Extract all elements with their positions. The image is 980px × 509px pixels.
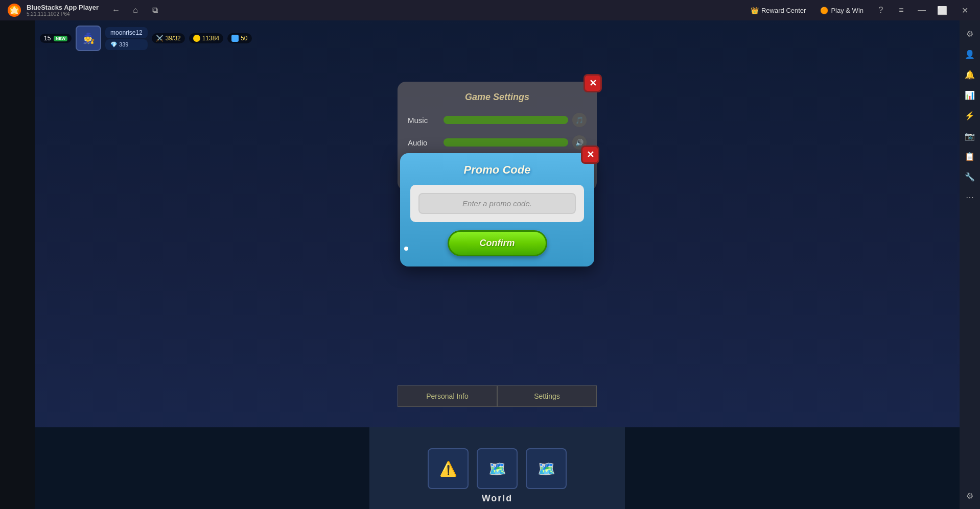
audio-label: Audio bbox=[408, 138, 438, 147]
main-area: 15 NEW 🧙 moonrise12 💎 339 ⚔️ 39/32 11384 bbox=[0, 20, 980, 509]
sidebar-camera-button[interactable]: 📷 bbox=[962, 128, 978, 144]
personal-info-tab[interactable]: Personal Info bbox=[398, 385, 497, 407]
app-name: BlueStacks App Player bbox=[27, 4, 99, 11]
promo-close-button[interactable]: ✕ bbox=[581, 146, 599, 164]
sidebar-gear-button[interactable]: ⚙ bbox=[962, 488, 978, 504]
music-slider[interactable] bbox=[444, 116, 568, 124]
close-button[interactable]: ✕ bbox=[955, 0, 974, 20]
world-map-area: ⚠️ 🗺️ 🗺️ World bbox=[369, 427, 625, 509]
home-button[interactable]: ⌂ bbox=[128, 3, 143, 17]
currency2-badge: 💎 339 bbox=[105, 39, 148, 50]
gems-display: 50 bbox=[227, 33, 251, 43]
settings-tabs: Personal Info Settings bbox=[398, 385, 597, 407]
audio-slider-container: 🔊 bbox=[444, 135, 587, 150]
game-area: 15 NEW 🧙 moonrise12 💎 339 ⚔️ 39/32 11384 bbox=[35, 20, 960, 509]
settings-title: Game Settings bbox=[408, 92, 587, 103]
back-button[interactable]: ← bbox=[109, 3, 123, 17]
reward-center-button[interactable]: 👑 Reward Center bbox=[746, 5, 810, 16]
titlebar: BlueStacks App Player 5.21.111.1002 P64 … bbox=[0, 0, 980, 20]
sidebar-profile-button[interactable]: 👤 bbox=[962, 46, 978, 62]
level-counter: 15 NEW bbox=[40, 34, 72, 43]
sidebar-settings-button[interactable]: ⚙ bbox=[962, 26, 978, 42]
music-label: Music bbox=[408, 116, 438, 125]
gem-icon bbox=[231, 35, 239, 42]
game-hud: 15 NEW 🧙 moonrise12 💎 339 ⚔️ 39/32 11384 bbox=[35, 26, 960, 51]
menu-button[interactable]: ≡ bbox=[894, 3, 908, 17]
map-icon-1[interactable]: ⚠️ bbox=[428, 448, 469, 489]
titlebar-nav: ← ⌂ ⧉ bbox=[109, 3, 162, 17]
music-icon: 🎵 bbox=[572, 113, 587, 127]
promo-input-area bbox=[410, 185, 584, 222]
right-sidebar: ⚙ 👤 🔔 📊 ⚡ 📷 📋 🔧 ⋯ ⚙ bbox=[960, 20, 980, 509]
help-button[interactable]: ? bbox=[874, 3, 888, 17]
username-display: moonrise12 💎 339 bbox=[105, 27, 148, 50]
sidebar-lightning-button[interactable]: ⚡ bbox=[962, 107, 978, 124]
play-win-coin-icon: 🟠 bbox=[820, 7, 828, 14]
level-label: 15 bbox=[44, 35, 51, 42]
music-slider-container: 🎵 bbox=[444, 113, 587, 127]
sidebar-notification-button[interactable]: 🔔 bbox=[962, 66, 978, 83]
promo-dialog-title: Promo Code bbox=[410, 163, 584, 177]
reward-crown-icon: 👑 bbox=[751, 7, 759, 14]
app-version: 5.21.111.1002 P64 bbox=[27, 11, 99, 17]
app-info: BlueStacks App Player 5.21.111.1002 P64 bbox=[27, 4, 99, 17]
app-logo bbox=[4, 0, 25, 20]
sidebar-more-button[interactable]: ⋯ bbox=[962, 189, 978, 205]
world-bottom-bar: ⚠️ 🗺️ 🗺️ World bbox=[35, 427, 960, 509]
left-sidebar bbox=[0, 20, 35, 509]
player-avatar: 🧙 bbox=[76, 26, 101, 51]
music-row: Music 🎵 bbox=[408, 113, 587, 127]
restore-button[interactable]: ⬜ bbox=[935, 3, 949, 17]
settings-close-button[interactable]: ✕ bbox=[584, 74, 602, 92]
map-icon-2[interactable]: 🗺️ bbox=[477, 448, 518, 489]
play-win-button[interactable]: 🟠 Play & Win bbox=[816, 5, 868, 16]
map-icons-row: ⚠️ 🗺️ 🗺️ bbox=[428, 448, 567, 489]
reward-center-label: Reward Center bbox=[761, 7, 806, 14]
play-win-label: Play & Win bbox=[831, 7, 864, 14]
titlebar-right: 👑 Reward Center 🟠 Play & Win ? ≡ — ⬜ ✕ bbox=[746, 0, 974, 20]
minimize-button[interactable]: — bbox=[915, 3, 929, 17]
promo-code-input[interactable] bbox=[418, 193, 576, 214]
battle-count-display: ⚔️ 39/32 bbox=[152, 33, 185, 43]
audio-row: Audio 🔊 bbox=[408, 135, 587, 150]
world-label: World bbox=[482, 493, 513, 504]
settings-tab[interactable]: Settings bbox=[497, 385, 597, 407]
audio-slider[interactable] bbox=[444, 138, 568, 147]
new-badge: NEW bbox=[54, 36, 67, 41]
coin-icon bbox=[193, 35, 200, 42]
game-background: 15 NEW 🧙 moonrise12 💎 339 ⚔️ 39/32 11384 bbox=[35, 20, 960, 509]
tabs-button[interactable]: ⧉ bbox=[148, 3, 162, 17]
sidebar-tools-button[interactable]: 🔧 bbox=[962, 168, 978, 185]
coins-display: 11384 bbox=[189, 33, 223, 43]
promo-code-dialog: ✕ Promo Code Confirm bbox=[400, 153, 594, 266]
map-icon-3[interactable]: 🗺️ bbox=[526, 448, 567, 489]
sidebar-clipboard-button[interactable]: 📋 bbox=[962, 148, 978, 164]
username-badge: moonrise12 bbox=[105, 27, 148, 38]
confirm-button[interactable]: Confirm bbox=[448, 230, 547, 256]
sidebar-chart-button[interactable]: 📊 bbox=[962, 87, 978, 103]
